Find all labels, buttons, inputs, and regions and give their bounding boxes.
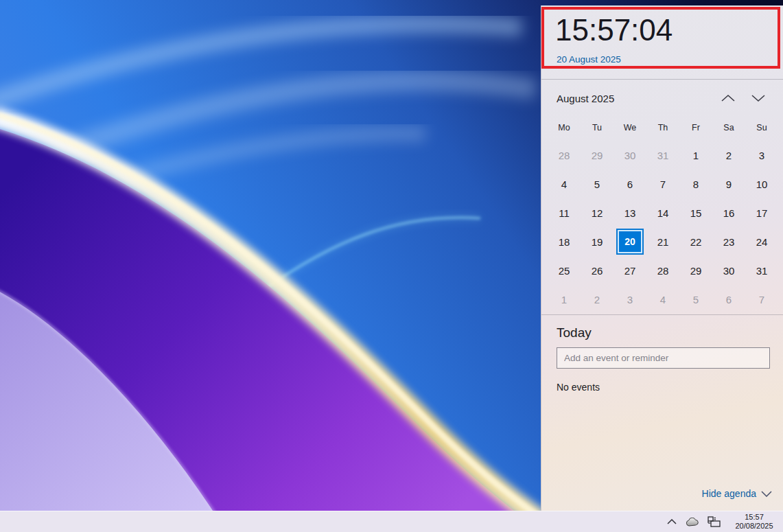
calendar-day[interactable]: 29 — [679, 256, 712, 285]
calendar-day[interactable]: 6 — [712, 285, 745, 314]
calendar-day[interactable]: 4 — [548, 170, 581, 198]
calendar-day[interactable]: 5 — [581, 170, 613, 198]
day-of-week-header-row: Mo Tu We Th Fr Sa Su — [548, 117, 778, 138]
calendar-day[interactable]: 23 — [712, 227, 745, 256]
calendar-day-label: 29 — [690, 265, 702, 277]
calendar-day[interactable]: 3 — [613, 285, 646, 314]
hide-agenda-label: Hide agenda — [702, 488, 756, 499]
calendar-day[interactable]: 4 — [646, 285, 679, 314]
calendar-day[interactable]: 13 — [613, 198, 646, 227]
calendar-day-label: 6 — [726, 294, 732, 305]
calendar-day[interactable]: 15 — [679, 198, 712, 227]
calendar-day-label: 21 — [657, 236, 669, 248]
calendar-day[interactable]: 11 — [548, 198, 581, 227]
show-hidden-icons-button[interactable] — [662, 511, 681, 532]
calendar-day[interactable]: 31 — [646, 141, 679, 170]
calendar-day[interactable]: 14 — [646, 198, 679, 227]
calendar-day-label: 23 — [723, 236, 735, 248]
calendar-day[interactable]: 26 — [581, 256, 613, 285]
calendar-day-label: 8 — [693, 178, 699, 190]
calendar-day-label: 27 — [624, 265, 636, 277]
calendar-day-label: 31 — [657, 150, 669, 161]
calendar-day[interactable]: 30 — [613, 141, 646, 170]
calendar-day-label: 15 — [690, 207, 702, 219]
clock-date-link[interactable]: 20 August 2025 — [557, 54, 621, 65]
chevron-up-icon — [721, 94, 736, 102]
add-event-input[interactable] — [557, 347, 770, 369]
calendar-day[interactable]: 19 — [581, 227, 613, 256]
calendar-day[interactable]: 25 — [548, 256, 581, 285]
onedrive-cloud-icon — [686, 518, 699, 527]
calendar-day-label: 30 — [723, 265, 735, 277]
day-of-week-header: Su — [745, 117, 778, 138]
calendar-day-label: 29 — [592, 150, 603, 161]
calendar-day-label: 25 — [559, 265, 570, 277]
calendar-day-label: 18 — [559, 236, 570, 248]
taskbar-date: 20/08/2025 — [728, 522, 780, 531]
calendar-day[interactable]: 1 — [679, 141, 712, 170]
calendar-day-label: 24 — [756, 236, 768, 248]
calendar-day[interactable]: 16 — [712, 198, 745, 227]
calendar-day[interactable]: 24 — [745, 227, 778, 256]
calendar-grid: 28 29 30 31 1 2 3 4 5 6 7 8 9 10 11 12 1… — [548, 141, 778, 314]
calendar-day-label: 12 — [592, 207, 603, 219]
calendar-day-label: 26 — [592, 265, 603, 277]
calendar-day[interactable]: 28 — [646, 256, 679, 285]
calendar-day[interactable]: 9 — [712, 170, 745, 198]
calendar-day-label: 2 — [594, 294, 600, 305]
calendar-day-label: 31 — [756, 265, 768, 277]
no-events-label: No events — [557, 382, 600, 393]
calendar-day[interactable]: 18 — [548, 227, 581, 256]
calendar-day[interactable]: 5 — [679, 285, 712, 314]
day-of-week-header: We — [613, 117, 646, 138]
calendar-day[interactable]: 3 — [745, 141, 778, 170]
calendar-day-today[interactable]: 20 — [613, 227, 646, 256]
chevron-up-icon — [667, 519, 677, 524]
calendar-day-label: 2 — [726, 150, 732, 161]
calendar-day[interactable]: 29 — [581, 141, 613, 170]
calendar-day-label: 9 — [726, 178, 732, 190]
calendar-day-label: 4 — [561, 178, 567, 190]
calendar-day[interactable]: 2 — [712, 141, 745, 170]
calendar-day[interactable]: 8 — [679, 170, 712, 198]
calendar-day[interactable]: 1 — [548, 285, 581, 314]
calendar-day-label: 16 — [723, 207, 735, 219]
taskbar: 15:57 20/08/2025 — [0, 511, 783, 532]
clock-calendar-flyout: 15:57:04 20 August 2025 August 2025 Mo T… — [541, 5, 783, 511]
calendar-day-label: 13 — [624, 207, 636, 219]
calendar-day-label: 22 — [690, 236, 702, 248]
calendar-day[interactable]: 6 — [613, 170, 646, 198]
calendar-day[interactable]: 27 — [613, 256, 646, 285]
calendar-day[interactable]: 22 — [679, 227, 712, 256]
onedrive-tray-button[interactable] — [681, 511, 703, 532]
calendar-day-label: 17 — [756, 207, 768, 219]
calendar-day[interactable]: 7 — [745, 285, 778, 314]
network-tray-button[interactable] — [703, 511, 724, 532]
taskbar-clock[interactable]: 15:57 20/08/2025 — [724, 513, 783, 531]
calendar-day-label: 28 — [657, 265, 669, 277]
calendar-day[interactable]: 21 — [646, 227, 679, 256]
calendar-day-label: 19 — [592, 236, 603, 248]
calendar-day-label: 14 — [657, 207, 669, 219]
calendar-day-label: 7 — [660, 178, 666, 190]
calendar-day[interactable]: 7 — [646, 170, 679, 198]
taskbar-time: 15:57 — [728, 513, 780, 522]
calendar-day[interactable]: 2 — [581, 285, 613, 314]
hide-agenda-button[interactable]: Hide agenda — [702, 486, 772, 501]
calendar-day[interactable]: 31 — [745, 256, 778, 285]
chevron-down-icon — [761, 491, 772, 497]
calendar-day[interactable]: 30 — [712, 256, 745, 285]
calendar-day[interactable]: 10 — [745, 170, 778, 198]
day-of-week-header: Tu — [581, 117, 613, 138]
divider — [541, 314, 783, 315]
system-tray: 15:57 20/08/2025 — [662, 511, 783, 532]
calendar-day-label: 3 — [627, 294, 633, 305]
calendar-day-label: 7 — [759, 294, 764, 305]
calendar-day[interactable]: 12 — [581, 198, 613, 227]
agenda-heading: Today — [557, 325, 592, 340]
previous-month-button[interactable] — [713, 89, 743, 107]
next-month-button[interactable] — [743, 89, 773, 107]
calendar-day[interactable]: 17 — [745, 198, 778, 227]
calendar-day[interactable]: 28 — [548, 141, 581, 170]
day-of-week-header: Th — [646, 117, 679, 138]
